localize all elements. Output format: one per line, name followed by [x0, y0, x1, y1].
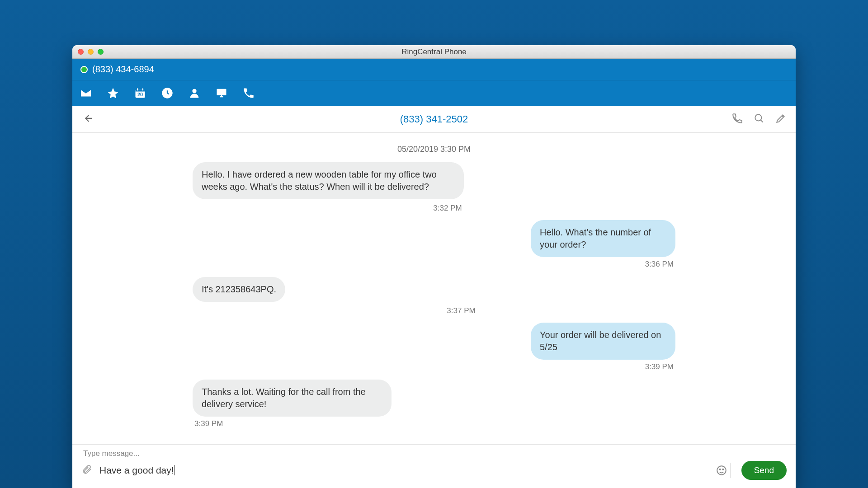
back-button[interactable] — [81, 112, 94, 127]
contacts-tab[interactable] — [187, 86, 202, 100]
message-list[interactable]: 05/20/2019 3:30 PM Hello. I have ordered… — [72, 133, 796, 444]
messages-tab[interactable] — [79, 86, 93, 100]
message-incoming: Hello. I have ordered a new wooden table… — [193, 162, 464, 199]
message-outgoing: Your order will be delivered on 5/25 3:3… — [531, 323, 675, 377]
attach-button[interactable] — [81, 464, 92, 477]
emoji-button[interactable] — [716, 463, 731, 478]
message-bubble: Thanks a lot. Waiting for the call from … — [193, 380, 392, 417]
star-icon — [107, 87, 119, 99]
send-button[interactable]: Send — [741, 461, 787, 480]
contact-phone-number: (833) 341-2502 — [72, 113, 796, 125]
calendar-day-label: 20 — [133, 92, 147, 97]
pencil-icon — [775, 113, 787, 124]
monitor-icon — [215, 87, 228, 99]
svg-rect-8 — [221, 95, 222, 96]
message-incoming: It's 212358643PQ. — [193, 277, 285, 302]
message-time: 3:32 PM — [116, 204, 779, 213]
app-window: RingCentral Phone (833) 434-6894 20 — [72, 45, 796, 488]
calendar-tab[interactable]: 20 — [133, 86, 147, 100]
main-nav: 20 — [72, 80, 796, 106]
svg-rect-7 — [220, 96, 223, 97]
search-icon — [753, 113, 765, 124]
window-controls — [78, 49, 104, 55]
svg-rect-6 — [217, 89, 226, 95]
message-input-value: Have a good day! — [99, 465, 175, 475]
message-incoming: Thanks a lot. Waiting for the call from … — [193, 380, 392, 434]
phone-outline-icon — [731, 113, 743, 124]
edit-button[interactable] — [775, 113, 787, 126]
message-bubble: Your order will be delivered on 5/25 — [531, 323, 675, 360]
svg-point-13 — [722, 469, 723, 470]
minimize-window-button[interactable] — [88, 49, 94, 55]
message-time: 3:39 PM — [194, 419, 223, 428]
svg-line-10 — [760, 120, 763, 122]
svg-point-11 — [717, 466, 726, 475]
message-bubble: Hello. What's the number of your order? — [531, 220, 675, 257]
smiley-icon — [716, 465, 727, 476]
close-window-button[interactable] — [78, 49, 84, 55]
message-time: 3:39 PM — [645, 362, 674, 371]
envelope-icon — [80, 87, 92, 99]
search-button[interactable] — [753, 113, 765, 126]
message-time: 3:37 PM — [143, 306, 779, 315]
dialpad-tab[interactable] — [241, 86, 256, 100]
phone-icon — [242, 87, 255, 99]
arrow-left-icon — [81, 112, 94, 125]
message-time: 3:36 PM — [645, 260, 674, 269]
svg-rect-1 — [136, 89, 145, 92]
window-title: RingCentral Phone — [72, 47, 796, 56]
titlebar: RingCentral Phone — [72, 45, 796, 59]
conversation-date-header: 05/20/2019 3:30 PM — [89, 145, 779, 154]
message-bubble: Hello. I have ordered a new wooden table… — [193, 162, 464, 199]
clock-icon — [161, 87, 174, 99]
message-composer: Type message... Have a good day! Send — [72, 444, 796, 488]
svg-point-5 — [192, 89, 196, 93]
recents-tab[interactable] — [160, 86, 175, 100]
call-button[interactable] — [731, 113, 743, 126]
my-phone-number: (833) 434-6894 — [92, 64, 154, 75]
presence-bar: (833) 434-6894 — [72, 59, 796, 80]
message-bubble: It's 212358643PQ. — [193, 277, 285, 302]
message-outgoing: Hello. What's the number of your order? … — [531, 220, 675, 274]
presence-available-icon — [80, 66, 88, 73]
conversation-header: (833) 341-2502 — [72, 106, 796, 133]
hud-tab[interactable] — [214, 86, 229, 100]
conversation-actions — [731, 113, 787, 126]
svg-point-12 — [719, 469, 720, 470]
person-icon — [188, 87, 201, 99]
paperclip-icon — [81, 464, 92, 475]
message-input[interactable]: Have a good day! — [99, 463, 709, 478]
favorites-tab[interactable] — [106, 86, 120, 100]
svg-point-9 — [755, 114, 761, 121]
zoom-window-button[interactable] — [98, 49, 104, 55]
composer-placeholder-label: Type message... — [83, 449, 787, 458]
